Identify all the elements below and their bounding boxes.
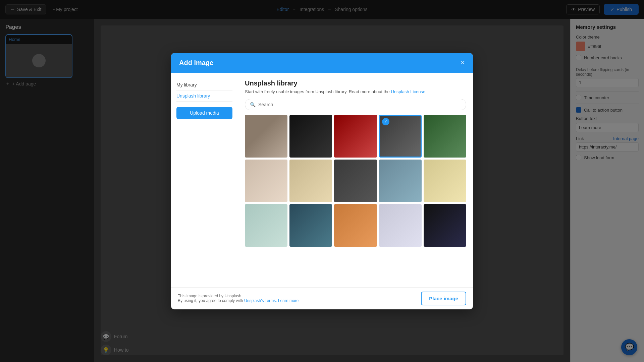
unsplash-terms-link[interactable]: Unsplash's Terms.	[244, 298, 277, 303]
learn-more-link[interactable]: Learn more	[278, 298, 299, 303]
unsplash-license-link[interactable]: Unsplash License	[391, 89, 425, 94]
modal-right-panel: Unsplash library Start with freely usabl…	[238, 73, 473, 287]
grid-image-3[interactable]	[334, 115, 377, 158]
search-icon: 🔍	[250, 102, 256, 107]
footer-text: This image is provided by Unsplash. By u…	[178, 294, 299, 303]
modal-footer: This image is provided by Unsplash. By u…	[171, 287, 473, 309]
place-image-button[interactable]: Place image	[421, 292, 466, 305]
footer-text2: By using it, you agree to comply with	[178, 298, 243, 303]
grid-image-12[interactable]	[289, 204, 332, 247]
grid-image-2[interactable]	[289, 115, 332, 158]
library-desc-text: Start with freely usable images from Uns…	[245, 89, 390, 94]
modal-overlay[interactable]: Add image × My library Unsplash library …	[0, 0, 644, 362]
grid-image-1[interactable]	[245, 115, 287, 158]
add-image-modal: Add image × My library Unsplash library …	[171, 53, 473, 309]
grid-image-7[interactable]	[289, 160, 332, 202]
grid-image-5[interactable]	[424, 115, 466, 158]
modal-header: Add image ×	[171, 53, 473, 73]
grid-image-14[interactable]	[379, 204, 422, 247]
modal-body: My library Unsplash library Upload media…	[171, 73, 473, 287]
grid-image-8[interactable]	[334, 160, 377, 202]
grid-image-9[interactable]	[379, 160, 422, 202]
search-input[interactable]	[258, 102, 461, 107]
modal-left-panel: My library Unsplash library Upload media	[171, 73, 238, 287]
library-desc: Start with freely usable images from Uns…	[245, 89, 466, 94]
selected-check-badge: ✓	[382, 118, 389, 125]
upload-media-button[interactable]: Upload media	[176, 107, 232, 119]
nav-my-library[interactable]: My library	[176, 79, 232, 90]
modal-title: Add image	[179, 59, 213, 67]
grid-image-10[interactable]	[424, 160, 466, 202]
library-title: Unsplash library	[245, 79, 466, 87]
search-bar: 🔍	[245, 99, 466, 110]
modal-close-button[interactable]: ×	[461, 59, 465, 66]
image-grid: ✓	[245, 115, 466, 247]
grid-image-4[interactable]: ✓	[379, 115, 422, 158]
nav-unsplash-library[interactable]: Unsplash library	[176, 90, 232, 102]
grid-image-11[interactable]	[245, 204, 287, 247]
grid-image-15[interactable]	[424, 204, 466, 247]
footer-text1: This image is provided by Unsplash.	[178, 294, 243, 298]
grid-image-13[interactable]	[334, 204, 377, 247]
grid-image-6[interactable]	[245, 160, 287, 202]
